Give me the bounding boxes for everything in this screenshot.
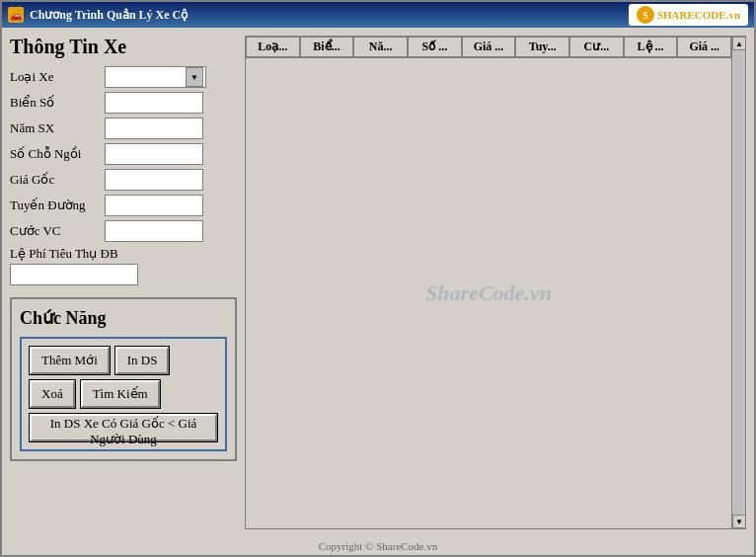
loai-xe-row: Loại Xe ▼ [10,66,237,88]
left-panel: Thông Tin Xe Loại Xe ▼ Biển Số [10,36,237,529]
col-bien: Biể... [300,37,354,57]
logo-icon: S [637,6,654,24]
nam-sx-input[interactable] [105,118,203,139]
content-area: Thông Tin Xe Loại Xe ▼ Biển Số [2,28,754,537]
tuyen-duong-input[interactable] [105,195,203,216]
section-title: Thông Tin Xe [10,36,237,60]
nam-sx-row: Năm SX [10,118,237,139]
le-phi-label: Lệ Phí Tiêu Thụ ĐB [10,246,237,262]
chuc-nang-section: Chức Năng Thêm Mới In DS Xoá Tìm Kiếm In… [10,297,237,461]
nam-sx-label: Năm SX [10,120,99,136]
button-row: Thêm Mới In DS Xoá Tìm Kiếm In DS Xe Có … [20,337,227,451]
tuyen-duong-row: Tuyến Đường [10,195,237,216]
loai-xe-label: Loại Xe [10,69,99,85]
sharecode-logo: S SHARECODE.vn [629,4,748,26]
window-title: Chương Trình Quản Lý Xe Cộ [30,8,629,23]
le-phi-section: Lệ Phí Tiêu Thụ ĐB [10,246,237,285]
scroll-track [732,50,745,515]
le-phi-input[interactable] [10,264,138,285]
table-container: Loạ... Biể... Nă... Số ... Giá ... Tuy..… [246,37,731,528]
col-gia1: Giá ... [462,37,516,57]
title-bar: 🚗 Chương Trình Quản Lý Xe Cộ S SHARECODE… [2,2,754,28]
copyright-bar: Copyright © ShareCode.vn [2,537,754,555]
main-window: 🚗 Chương Trình Quản Lý Xe Cộ S SHARECODE… [0,0,756,557]
scroll-up-button[interactable]: ▲ [732,37,746,50]
cuoc-vc-label: Cước VC [10,223,99,239]
window-icon: 🚗 [8,7,24,23]
col-le: Lệ ... [624,37,678,57]
col-so: Số ... [408,37,462,57]
col-gia2: Giá ... [677,37,731,57]
them-moi-button[interactable]: Thêm Mới [30,347,110,374]
scroll-down-button[interactable]: ▼ [732,515,746,528]
so-cho-ngoi-label: Số Chỗ Ngồi [10,146,99,162]
so-cho-ngoi-row: Số Chỗ Ngồi [10,143,237,165]
in-ds-button[interactable]: In DS [115,347,170,374]
gia-goc-input[interactable] [105,169,203,191]
form-area: Loại Xe ▼ Biển Số Năm SX [10,66,237,285]
in-ds-xe-button[interactable]: In DS Xe Có Giá Gốc < Giá Người Dùng [30,414,217,441]
watermark-text: ShareCode.vn [425,280,552,306]
col-cu: Cư... [569,37,624,57]
tim-kiem-button[interactable]: Tìm Kiếm [81,380,160,408]
right-panel-container: Loạ... Biể... Nă... Số ... Giá ... Tuy..… [245,36,746,529]
select-arrow-icon[interactable]: ▼ [186,67,203,87]
bien-so-label: Biển Số [10,95,99,111]
bien-so-input[interactable] [105,92,203,114]
chuc-nang-title: Chức Năng [20,307,227,329]
cuoc-vc-input[interactable] [105,220,203,242]
loai-xe-select[interactable]: ▼ [105,66,206,88]
bien-so-row: Biển Số [10,92,237,114]
col-loai: Loạ... [246,37,300,57]
table-body: ShareCode.vn [246,58,731,528]
xoa-button[interactable]: Xoá [30,380,75,408]
cuoc-vc-row: Cước VC [10,220,237,242]
gia-goc-label: Giá Gốc [10,172,99,188]
scrollbar[interactable]: ▲ ▼ [731,37,745,528]
col-nam: Nă... [353,37,408,57]
tuyen-duong-label: Tuyến Đường [10,198,99,213]
so-cho-ngoi-input[interactable] [105,143,203,165]
gia-goc-row: Giá Gốc [10,169,237,191]
col-tuy: Tuy... [515,37,569,57]
table-header: Loạ... Biể... Nă... Số ... Giá ... Tuy..… [246,37,731,58]
logo-text: SHARECODE.vn [657,9,740,21]
